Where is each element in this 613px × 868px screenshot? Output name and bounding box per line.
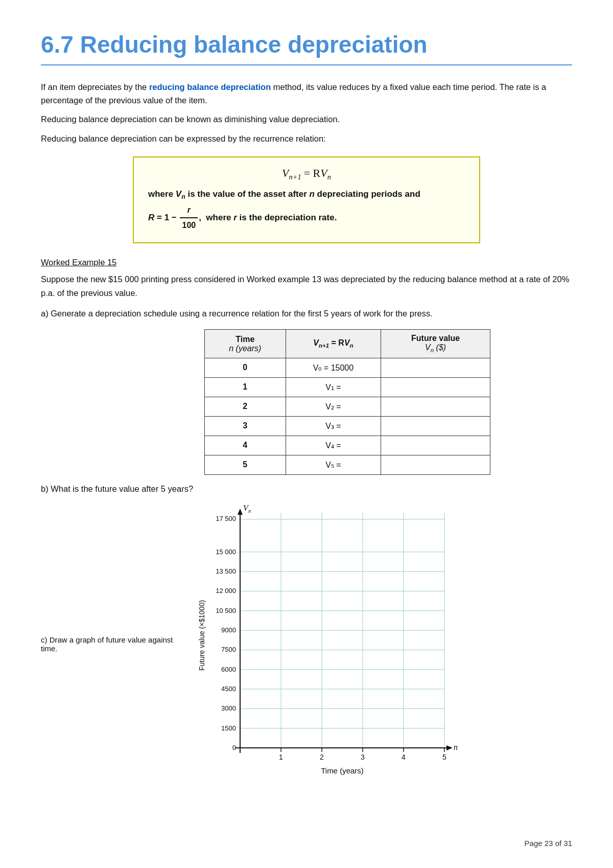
table-cell-recurrence: V₃ = <box>286 416 381 436</box>
svg-marker-22 <box>446 745 453 750</box>
table-cell-recurrence: V₅ = <box>286 455 381 474</box>
table-cell-recurrence: V₀ = 15000 <box>286 358 381 377</box>
page-number: Page 23 of 31 <box>525 839 572 848</box>
svg-text:10 500: 10 500 <box>216 607 236 614</box>
col-recurrence-header: Vn+1 = RVn <box>286 330 381 358</box>
table-cell-value <box>381 377 490 397</box>
svg-text:n: n <box>248 508 251 514</box>
svg-text:12 000: 12 000 <box>216 587 236 595</box>
depreciation-table-container: Time n (years) Vn+1 = RVn Future value V… <box>204 329 490 474</box>
worked-example-title: Worked Example 15 <box>41 258 572 267</box>
svg-text:3000: 3000 <box>221 704 236 712</box>
svg-text:n: n <box>454 743 458 751</box>
para-recurrence: Reducing balance depreciation can be exp… <box>41 132 572 146</box>
highlight-term: reducing balance depreciation <box>149 82 271 92</box>
col-future-value-header: Future value Vn ($) <box>381 330 490 358</box>
formula-box: Vn+1 = RVn where Vn is the value of the … <box>133 156 480 243</box>
table-cell-n: 1 <box>205 377 286 397</box>
table-cell-value <box>381 436 490 455</box>
table-row: 5 V₅ = <box>205 455 490 474</box>
para-diminishing: Reducing balance depreciation can be kno… <box>41 113 572 126</box>
svg-text:6000: 6000 <box>221 666 236 673</box>
table-header-row: Time n (years) Vn+1 = RVn Future value V… <box>205 330 490 358</box>
table-cell-recurrence: V₁ = <box>286 377 381 397</box>
chart-wrapper: V n n 17 500 15 000 13 500 12 000 10 500… <box>194 502 460 789</box>
formula-description: where Vn is the value of the asset after… <box>148 187 465 233</box>
part-a-question: a) Generate a depreciation schedule usin… <box>41 307 572 320</box>
table-cell-value <box>381 455 490 474</box>
table-cell-n: 0 <box>205 358 286 377</box>
svg-text:1500: 1500 <box>221 724 236 732</box>
part-c-question: c) Draw a graph of future value against … <box>41 502 184 653</box>
svg-text:17 500: 17 500 <box>216 515 236 522</box>
part-b-question: b) What is the future value after 5 year… <box>41 482 572 495</box>
table-cell-recurrence: V₂ = <box>286 397 381 416</box>
table-row: 1 V₁ = <box>205 377 490 397</box>
problem-statement: Suppose the new $15 000 printing press c… <box>41 272 572 300</box>
svg-text:15 000: 15 000 <box>216 548 236 556</box>
table-row: 0 V₀ = 15000 <box>205 358 490 377</box>
table-cell-value <box>381 397 490 416</box>
svg-text:2: 2 <box>320 753 324 761</box>
intro-text-1: If an item depreciates by the <box>41 82 149 92</box>
svg-text:4: 4 <box>402 753 406 761</box>
table-cell-recurrence: V₄ = <box>286 436 381 455</box>
chart-section: c) Draw a graph of future value against … <box>41 502 572 789</box>
table-cell-n: 5 <box>205 455 286 474</box>
table-row: 3 V₃ = <box>205 416 490 436</box>
table-row: 4 V₄ = <box>205 436 490 455</box>
svg-marker-21 <box>238 509 243 515</box>
table-cell-n: 4 <box>205 436 286 455</box>
svg-text:1: 1 <box>279 753 283 761</box>
table-cell-n: 2 <box>205 397 286 416</box>
svg-text:3: 3 <box>361 753 365 761</box>
table-row: 2 V₂ = <box>205 397 490 416</box>
table-cell-value <box>381 358 490 377</box>
table-cell-n: 3 <box>205 416 286 436</box>
col-time-header: Time n (years) <box>205 330 286 358</box>
svg-text:13 500: 13 500 <box>216 567 236 575</box>
intro-paragraph: If an item depreciates by the reducing b… <box>41 81 572 107</box>
svg-text:4500: 4500 <box>221 685 236 693</box>
svg-text:0: 0 <box>232 744 236 751</box>
page-title: 6.7 Reducing balance depreciation <box>41 31 572 65</box>
depreciation-table: Time n (years) Vn+1 = RVn Future value V… <box>204 329 490 474</box>
depreciation-chart: V n n 17 500 15 000 13 500 12 000 10 500… <box>194 502 460 789</box>
svg-text:7500: 7500 <box>221 646 236 653</box>
svg-text:Future value (×$1000): Future value (×$1000) <box>198 600 206 671</box>
svg-text:5: 5 <box>442 753 446 761</box>
table-cell-value <box>381 416 490 436</box>
svg-text:Time (years): Time (years) <box>321 766 364 775</box>
svg-text:9000: 9000 <box>221 626 236 634</box>
formula-display: Vn+1 = RVn <box>148 167 465 181</box>
